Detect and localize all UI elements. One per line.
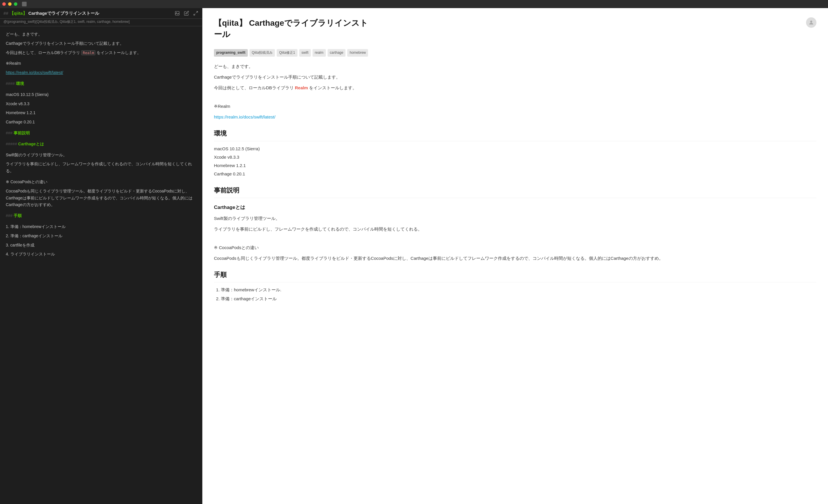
editor-pane: ## 【qiita】 Carthageでライブラリインストール @(progra… bbox=[0, 8, 202, 504]
main-container: ## 【qiita】 Carthageでライブラリインストール @(progra… bbox=[0, 8, 828, 504]
avatar[interactable] bbox=[806, 17, 817, 28]
step-3: 3. cartfileを作成 bbox=[6, 242, 196, 249]
intro-line3: 今回は例として、ローカルDBライブラリ Realm をインストールします。 bbox=[6, 49, 196, 56]
titlebar bbox=[0, 0, 828, 8]
preview-steps-list: 準備：homebrewインストール. 準備：carthageインストール bbox=[214, 286, 817, 303]
edit-icon[interactable] bbox=[183, 10, 190, 16]
env-macos: macOS 10.12.5 (Sierra) bbox=[6, 91, 196, 98]
carthage-desc-section: Swift製のライブラリ管理ツール。 ライブラリを事前にビルドし、フレームワーク… bbox=[6, 152, 196, 174]
preview-title: 【qiita】 Carthageでライブラリインストール bbox=[214, 17, 368, 40]
step-2: 2. 準備：carthageインストール bbox=[6, 233, 196, 240]
tag-qiita-posted[interactable]: Qiita投稿済み bbox=[249, 49, 275, 57]
preview-preface-heading: 事前説明 bbox=[214, 185, 817, 198]
image-icon[interactable] bbox=[174, 10, 180, 16]
env-homebrew: Homebrew 1.2.1 bbox=[6, 110, 196, 117]
intro-section: どーも、まきです。 Carthageでライブラリをインストール手順について記載し… bbox=[6, 31, 196, 56]
step-1: 1. 準備：homebrewインストール bbox=[6, 223, 196, 230]
preview-intro2: Carthageでライブラリをインストール手順について記載します。 bbox=[214, 73, 817, 81]
step-item-2: 準備：carthageインストール bbox=[221, 295, 817, 303]
preview-intro3: 今回は例として、ローカルDBライブラリ Realm をインストールします。 bbox=[214, 84, 817, 92]
env-content-section: macOS 10.12.5 (Sierra) Xcode v8.3.3 Home… bbox=[6, 91, 196, 126]
heading-prefix: ## bbox=[3, 11, 9, 15]
carthage-subheading-section: ##### Carthageとは bbox=[6, 141, 196, 148]
env-item-carthage: Carthage 0.20.1 bbox=[214, 170, 817, 178]
maximize-button[interactable] bbox=[14, 2, 17, 6]
svg-point-4 bbox=[811, 20, 813, 23]
preview-header: 【qiita】 Carthageでライブラリインストール bbox=[214, 17, 817, 44]
editor-title: ## 【qiita】 Carthageでライブラリインストール bbox=[3, 11, 171, 16]
env-heading-section: #### 環境 bbox=[6, 80, 196, 87]
preface-heading: ### 事前説明 bbox=[6, 130, 196, 137]
preview-cocoapods-desc: CocoaPodsも同じくライブラリ管理ツール。都度ライブラリをビルド・更新する… bbox=[214, 254, 817, 262]
realm-section: ※Realm https://realm.io/docs/swift/lates… bbox=[6, 60, 196, 76]
env-xcode: Xcode v8.3.3 bbox=[6, 100, 196, 108]
realm-note: ※Realm bbox=[6, 60, 196, 67]
steps-heading-section: ### 手順 bbox=[6, 212, 196, 219]
preview-env-list: macOS 10.12.5 (Sierra) Xcode v8.3.3 Home… bbox=[214, 145, 817, 178]
realm-code: Realm bbox=[81, 50, 95, 55]
carthage-desc2: ライブラリを事前にビルドし、フレームワークを作成してくれるので、コンパイル時間を… bbox=[6, 161, 196, 174]
preface-heading-section: ### 事前説明 bbox=[6, 130, 196, 137]
preview-intro1: どーも、まきです。 bbox=[214, 62, 817, 70]
intro-line2: Carthageでライブラリをインストール手順について記載します。 bbox=[6, 40, 196, 47]
preview-carthage-subheading: Carthageとは bbox=[214, 203, 817, 212]
env-item-macos: macOS 10.12.5 (Sierra) bbox=[214, 145, 817, 153]
tag-programing-swift[interactable]: programing_swift bbox=[214, 49, 248, 57]
steps-heading: ### 手順 bbox=[6, 212, 196, 219]
carthage-desc1: Swift製のライブラリ管理ツール。 bbox=[6, 152, 196, 159]
env-carthage: Carthage 0.20.1 bbox=[6, 119, 196, 126]
app-icon bbox=[22, 2, 27, 6]
tag-homebrew[interactable]: homebrew bbox=[347, 49, 368, 57]
step-item-1: 準備：homebrewインストール. bbox=[221, 286, 817, 294]
tag-qiita-fix[interactable]: Qiita修正1 bbox=[277, 49, 297, 57]
env-item-homebrew: Homebrew 1.2.1 bbox=[214, 162, 817, 169]
svg-point-1 bbox=[176, 12, 177, 13]
preview-carthage-desc2: ライブラリを事前にビルドし、フレームワークを作成してくれるので、コンパイル時間を… bbox=[214, 225, 817, 233]
step-4: 4. ライブラリインストール bbox=[6, 251, 196, 258]
svg-rect-0 bbox=[175, 11, 179, 15]
cocoapods-note: ※ CocoaPodsとの違い bbox=[6, 179, 196, 185]
svg-line-3 bbox=[194, 14, 195, 15]
cocoapods-section: ※ CocoaPodsとの違い CocoaPodsも同じくライブラリ管理ツール。… bbox=[6, 179, 196, 208]
preview-carthage-desc1: Swift製のライブラリ管理ツール。 bbox=[214, 214, 817, 222]
tag-swift[interactable]: swift bbox=[299, 49, 311, 57]
preview-pane[interactable]: 【qiita】 Carthageでライブラリインストール programing_… bbox=[202, 8, 828, 504]
minimize-button[interactable] bbox=[8, 2, 11, 6]
close-button[interactable] bbox=[2, 2, 6, 6]
preview-realm-link[interactable]: https://realm.io/docs/swift/latest/ bbox=[214, 115, 276, 119]
intro-line1: どーも、まきです。 bbox=[6, 31, 196, 38]
preview-steps-heading: 手順 bbox=[214, 269, 817, 283]
preview-cocoapods-note: ※ CocoaPodsとの違い bbox=[214, 244, 817, 251]
env-item-xcode: Xcode v8.3.3 bbox=[214, 153, 817, 161]
tag-carthage[interactable]: carthage bbox=[328, 49, 346, 57]
tags-row: programing_swift Qiita投稿済み Qiita修正1 swif… bbox=[214, 49, 817, 57]
preview-realm-note: ※Realm bbox=[214, 102, 817, 110]
steps-list-section: 1. 準備：homebrewインストール 2. 準備：carthageインストー… bbox=[6, 223, 196, 258]
realm-inline-text: Realm bbox=[295, 85, 308, 90]
realm-link[interactable]: https://realm.io/docs/swift/latest/ bbox=[6, 70, 63, 75]
editor-title-text: Carthageでライブラリインストール bbox=[28, 11, 99, 15]
tag-realm[interactable]: realm bbox=[313, 49, 326, 57]
qiita-tag-label: 【qiita】 bbox=[9, 11, 27, 15]
preview-env-heading: 環境 bbox=[214, 128, 817, 141]
svg-line-2 bbox=[196, 11, 198, 13]
editor-content[interactable]: どーも、まきです。 Carthageでライブラリをインストール手順について記載し… bbox=[0, 26, 202, 504]
cocoapods-desc: CocoaPodsも同じくライブラリ管理ツール。都度ライブラリをビルド・更新する… bbox=[6, 188, 196, 208]
carthage-subheading: ##### Carthageとは bbox=[6, 141, 196, 148]
expand-icon[interactable] bbox=[193, 10, 199, 16]
env-heading: #### 環境 bbox=[6, 80, 196, 87]
editor-subtitle: @(programing_swift)[Qiita投稿済み, Qiita修正1,… bbox=[0, 19, 202, 26]
